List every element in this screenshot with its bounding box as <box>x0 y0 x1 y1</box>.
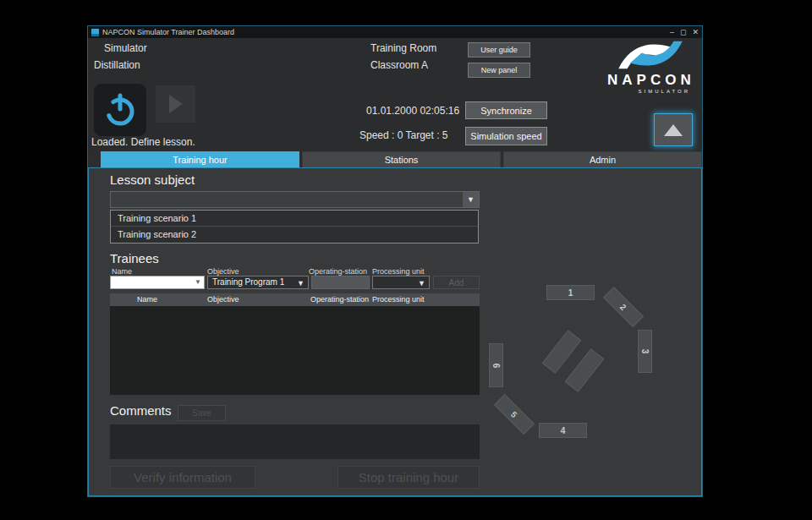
up-arrow-icon <box>664 124 683 136</box>
logo-sub: SIMULATOR <box>607 89 694 94</box>
speed-text: Speed : 0 Target : 5 <box>359 129 448 141</box>
new-panel-button[interactable]: New panel <box>468 63 530 78</box>
trainees-table-header: Name Objective Operating-station Process… <box>110 293 480 306</box>
tab-stations[interactable]: Stations <box>302 151 501 167</box>
trainee-name-combobox[interactable]: ▼ <box>110 276 205 289</box>
title-bar: NAPCON Simulator Trainer Dashboard – ◻ ✕ <box>88 26 702 38</box>
chevron-down-icon[interactable]: ▼ <box>195 278 201 286</box>
add-trainee-button[interactable]: Add <box>433 276 480 289</box>
lesson-subject-dropdown: Training scenario 1 Training scenario 2 <box>110 210 479 244</box>
maximize-icon[interactable]: ◻ <box>680 28 686 36</box>
objective-combobox[interactable]: Training Program 1 ▼ <box>207 276 309 289</box>
station-number: 3 <box>640 349 650 354</box>
comments-heading: Comments <box>110 403 172 418</box>
play-icon <box>169 95 183 113</box>
station-3[interactable]: 3 <box>638 330 652 373</box>
status-text: Loaded. Define lesson. <box>91 136 195 148</box>
tab-admin[interactable]: Admin <box>503 151 702 167</box>
lesson-subject-heading: Lesson subject <box>110 172 195 187</box>
training-hour-panel: Lesson subject ▼ Training scenario 1 Tra… <box>88 167 702 496</box>
station-4[interactable]: 4 <box>539 423 587 438</box>
station-number: 6 <box>491 363 501 368</box>
station-5[interactable]: 5 <box>494 394 535 435</box>
power-icon <box>102 92 138 128</box>
simulator-label: Simulator <box>104 42 147 54</box>
napcon-logo-icon <box>614 40 687 70</box>
station-number: 2 <box>618 302 628 312</box>
chevron-down-icon[interactable]: ▼ <box>418 277 425 289</box>
column-header-processing-unit: Processing unit <box>372 295 425 304</box>
station-6[interactable]: 6 <box>489 343 503 387</box>
chevron-down-icon[interactable]: ▼ <box>297 277 304 289</box>
comments-textarea[interactable] <box>110 424 480 459</box>
tab-bar: Training hour Stations Admin <box>88 151 702 167</box>
processing-unit-combobox[interactable]: ▼ <box>372 276 430 289</box>
app-window: NAPCON Simulator Trainer Dashboard – ◻ ✕… <box>87 25 703 497</box>
app-icon <box>91 29 99 36</box>
station-1[interactable]: 1 <box>546 285 595 300</box>
trainees-table-body[interactable] <box>110 306 480 395</box>
logo-brand: NAPCON <box>607 72 694 89</box>
tab-training-hour[interactable]: Training hour <box>101 151 299 167</box>
room-title: Training Room <box>370 42 436 54</box>
chevron-down-icon[interactable]: ▼ <box>463 192 479 207</box>
synchronize-button[interactable]: Synchronize <box>465 101 547 119</box>
station-number: 5 <box>509 409 519 419</box>
simulation-name: Distillation <box>94 59 140 71</box>
dropdown-option-1[interactable]: Training scenario 1 <box>111 211 478 227</box>
window-title: NAPCON Simulator Trainer Dashboard <box>102 28 670 36</box>
station-number: 4 <box>561 426 566 435</box>
lesson-subject-combobox[interactable]: ▼ <box>110 191 480 208</box>
minimize-icon[interactable]: – <box>670 28 674 36</box>
operating-station-field[interactable] <box>311 276 370 289</box>
collapse-panel-button[interactable] <box>654 113 693 146</box>
objective-value: Training Program 1 <box>212 277 284 287</box>
station-2[interactable]: 2 <box>603 287 644 327</box>
stop-training-hour-button[interactable]: Stop training hour <box>337 466 480 489</box>
column-header-objective: Objective <box>207 295 239 304</box>
trainees-heading: Trainees <box>110 251 159 265</box>
dropdown-option-2[interactable]: Training scenario 2 <box>111 227 478 243</box>
save-comments-button[interactable]: Save <box>178 405 226 421</box>
objective-label: Objective <box>207 267 239 276</box>
station-number: 1 <box>568 288 573 298</box>
room-name: Classroom A <box>370 59 428 71</box>
simulation-datetime: 01.01.2000 02:05:16 <box>366 105 459 117</box>
play-button[interactable] <box>156 85 195 123</box>
power-button[interactable] <box>94 84 146 136</box>
close-icon[interactable]: ✕ <box>692 28 699 36</box>
center-table-part-2 <box>565 348 605 392</box>
column-header-operating-station: Operating-station <box>310 295 369 304</box>
name-label: Name <box>112 267 132 276</box>
header: Simulator Distillation Loaded. Define le… <box>88 38 702 151</box>
verify-information-button[interactable]: Verify information <box>110 466 255 489</box>
napcon-logo: NAPCON SIMULATOR <box>607 40 694 94</box>
operating-station-label: Operating-station <box>309 267 367 276</box>
column-header-name: Name <box>137 295 157 304</box>
processing-unit-label: Processing unit <box>372 267 425 276</box>
user-guide-button[interactable]: User guide <box>468 42 530 57</box>
simulation-speed-button[interactable]: Simulation speed <box>465 127 547 145</box>
